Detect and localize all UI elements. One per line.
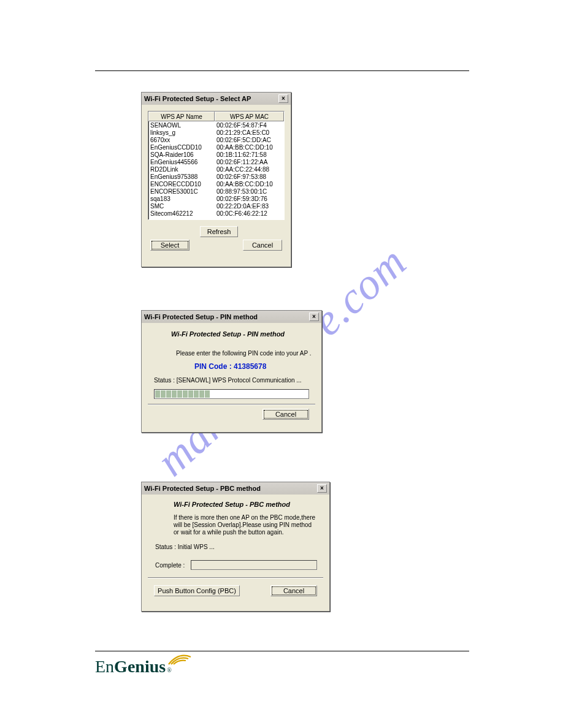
close-icon[interactable]: × <box>317 484 327 493</box>
refresh-button[interactable]: Refresh <box>200 226 238 237</box>
bottom-rule <box>95 651 469 651</box>
pbc-heading: Wi-Fi Protected Setup - PBC method <box>174 501 290 508</box>
pbc-progress <box>191 560 317 570</box>
pin-progress <box>154 389 309 399</box>
cancel-button[interactable]: Cancel <box>262 409 309 420</box>
logo-genius: Genius <box>114 657 166 677</box>
wifi-arc-icon <box>167 651 192 665</box>
ap-mac-cell: 00:02:6F:54:87:F4 <box>215 122 284 129</box>
cancel-button[interactable]: Cancel <box>243 240 282 251</box>
ap-name-cell: SMC <box>148 203 215 210</box>
ap-name-cell: EnGenius975388 <box>148 173 215 181</box>
ap-name-cell: SENAOWL <box>148 122 215 129</box>
select-ap-titlebar: Wi-Fi Protected Setup - Select AP × <box>142 93 291 105</box>
table-row[interactable]: ENCORE53001C00:88:97:53:00:1C <box>148 188 284 195</box>
ap-name-cell: SQA-Raider106 <box>148 151 215 159</box>
ap-mac-cell: 00:1B:11:62:71:58 <box>215 151 284 159</box>
ap-mac-cell: 00:AA:BB:CC:DD:10 <box>215 181 284 188</box>
ap-name-cell: 6670xx <box>148 137 215 144</box>
ap-name-cell: RD2DLink <box>148 166 215 173</box>
col-ap-mac[interactable]: WPS AP MAC <box>215 112 284 121</box>
close-icon[interactable]: × <box>278 94 288 103</box>
pin-method-dialog: Wi-Fi Protected Setup - PIN method × Wi-… <box>141 310 322 433</box>
divider <box>148 404 315 405</box>
select-ap-title: Wi-Fi Protected Setup - Select AP <box>144 95 251 102</box>
table-row[interactable]: 6670xx00:02:6F:5C:DD:AC <box>148 137 284 144</box>
ap-mac-cell: 00:22:2D:0A:EF:83 <box>215 203 284 210</box>
table-row[interactable]: linksys_g00:21:29:CA:E5:C0 <box>148 129 284 137</box>
pbc-note: If there is more then one AP on the PBC … <box>174 514 318 536</box>
pin-heading: Wi-Fi Protected Setup - PIN method <box>171 330 285 338</box>
pin-title: Wi-Fi Protected Setup - PIN method <box>144 313 258 320</box>
select-button[interactable]: Select <box>150 240 190 251</box>
close-icon[interactable]: × <box>309 313 319 321</box>
ap-mac-cell: 00:0C:F6:46:22:12 <box>215 210 284 218</box>
complete-label: Complete : <box>155 562 185 569</box>
ap-mac-cell: 00:AA:CC:22:44:88 <box>215 166 284 173</box>
table-row[interactable]: EnGeniusCCDD1000:AA:BB:CC:DD:10 <box>148 144 284 151</box>
table-row[interactable]: EnGenius44556600:02:6F:11:22:AA <box>148 159 284 166</box>
pin-code: PIN Code : 41385678 <box>194 362 266 371</box>
table-row[interactable]: SMC00:22:2D:0A:EF:83 <box>148 203 284 210</box>
ap-mac-cell: 00:88:97:53:00:1C <box>215 188 284 195</box>
ap-name-cell: EnGenius445566 <box>148 159 215 166</box>
ap-mac-cell: 00:02:6F:59:3D:76 <box>215 195 284 203</box>
engenius-logo: EnGenius® <box>95 657 172 677</box>
ap-mac-cell: 00:02:6F:11:22:AA <box>215 159 284 166</box>
top-rule <box>95 70 469 71</box>
ap-mac-cell: 00:21:29:CA:E5:C0 <box>215 129 284 137</box>
ap-name-cell: sqa183 <box>148 195 215 203</box>
ap-mac-cell: 00:02:6F:5C:DD:AC <box>215 137 284 144</box>
pbc-method-dialog: Wi-Fi Protected Setup - PBC method × Wi-… <box>141 482 330 612</box>
ap-name-cell: linksys_g <box>148 129 215 137</box>
pbc-titlebar: Wi-Fi Protected Setup - PBC method × <box>142 482 329 495</box>
logo-en: En <box>95 657 114 677</box>
pin-titlebar: Wi-Fi Protected Setup - PIN method × <box>142 311 321 323</box>
table-row[interactable]: Sitecom46221200:0C:F6:46:22:12 <box>148 210 284 218</box>
divider <box>148 577 323 578</box>
pbc-button[interactable]: Push Button Config (PBC) <box>154 585 240 596</box>
col-ap-name[interactable]: WPS AP Name <box>148 112 215 121</box>
cancel-button[interactable]: Cancel <box>270 585 317 596</box>
ap-mac-cell: 00:AA:BB:CC:DD:10 <box>215 144 284 151</box>
ap-name-cell: EnGeniusCCDD10 <box>148 144 215 151</box>
table-row[interactable]: EnGenius97538800:02:6F:97:53:88 <box>148 173 284 181</box>
ap-name-cell: ENCORE53001C <box>148 188 215 195</box>
select-ap-dialog: Wi-Fi Protected Setup - Select AP × WPS … <box>141 92 291 267</box>
pin-status: Status : [SENAOWL] WPS Protocol Communic… <box>154 377 302 384</box>
pbc-status: Status : Initial WPS ... <box>155 544 215 550</box>
table-row[interactable]: sqa18300:02:6F:59:3D:76 <box>148 195 284 203</box>
table-row[interactable]: SENAOWL00:02:6F:54:87:F4 <box>148 122 284 129</box>
ap-list[interactable]: WPS AP Name WPS AP MAC SENAOWL00:02:6F:5… <box>148 111 285 220</box>
table-row[interactable]: ENCORECCDD1000:AA:BB:CC:DD:10 <box>148 181 284 188</box>
pbc-title: Wi-Fi Protected Setup - PBC method <box>144 485 261 492</box>
table-row[interactable]: RD2DLink00:AA:CC:22:44:88 <box>148 166 284 173</box>
ap-list-header: WPS AP Name WPS AP MAC <box>148 112 284 121</box>
ap-name-cell: ENCORECCDD10 <box>148 181 215 188</box>
logo-reg: ® <box>167 667 172 673</box>
pin-instruction: Please enter the following PIN code into… <box>176 350 312 357</box>
ap-mac-cell: 00:02:6F:97:53:88 <box>215 173 284 181</box>
ap-name-cell: Sitecom462212 <box>148 210 215 218</box>
table-row[interactable]: SQA-Raider10600:1B:11:62:71:58 <box>148 151 284 159</box>
